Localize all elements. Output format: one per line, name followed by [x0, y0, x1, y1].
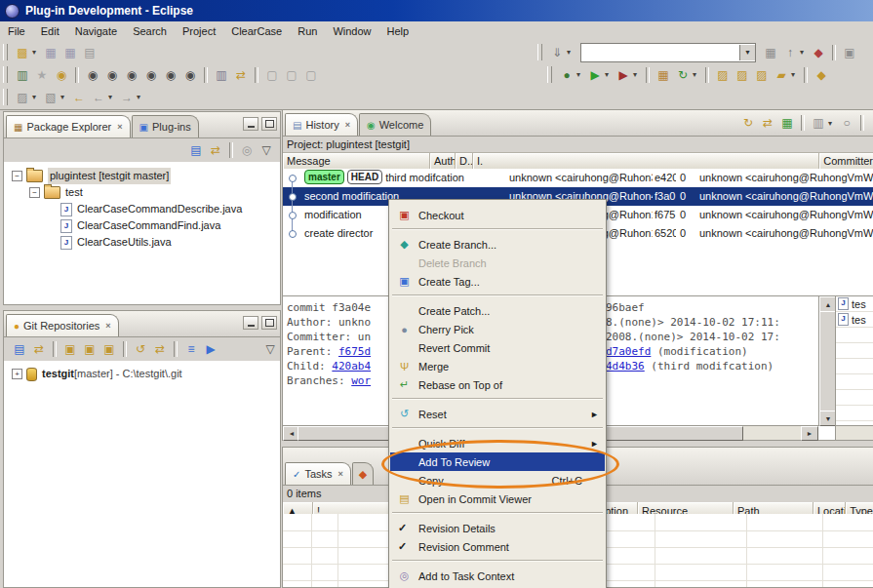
- favorites-button[interactable]: ★▾: [32, 66, 52, 84]
- tab-tasks[interactable]: ✓ Tasks ×: [285, 462, 351, 485]
- tab-git-repositories[interactable]: ● Git Repositories ×: [6, 314, 119, 336]
- debug-view-button[interactable]: ▥▾: [13, 66, 32, 84]
- commit-link[interactable]: 4d4b36: [606, 360, 645, 372]
- save-button[interactable]: ▦▾: [41, 44, 60, 61]
- commit-file-row[interactable]: [836, 328, 873, 343]
- commit-file-row[interactable]: [836, 390, 873, 406]
- dropdown-arrow-icon[interactable]: ▾: [828, 119, 837, 128]
- maximize-view-button[interactable]: [261, 117, 277, 131]
- dropdown-arrow-icon[interactable]: ▾: [108, 93, 117, 101]
- menu-item-add-to-review[interactable]: Add To Review: [390, 452, 605, 471]
- expander-icon[interactable]: −: [12, 171, 22, 181]
- refresh-button[interactable]: ↺: [131, 340, 150, 358]
- tree-item-clearcasecommanddescribe[interactable]: J ClearCaseCommandDescribe.java: [4, 201, 280, 217]
- commit-file-row[interactable]: [836, 359, 873, 374]
- menu-navigate[interactable]: Navigate: [67, 23, 125, 39]
- open-folder-button[interactable]: ▨▾: [752, 66, 772, 84]
- commit-link[interactable]: d7a0efd: [606, 345, 651, 358]
- run-history-button[interactable]: ▶▾: [614, 66, 642, 84]
- title-bar[interactable]: Plug-in Development - Eclipse: [0, 0, 873, 21]
- collapse-tree-button[interactable]: ▢▾: [282, 66, 301, 84]
- copy-button[interactable]: ▥▾: [809, 114, 837, 132]
- link-path-button[interactable]: ⇄▾: [231, 66, 251, 84]
- close-icon[interactable]: ×: [117, 122, 122, 132]
- hierarchy-button[interactable]: ≡: [181, 340, 201, 358]
- new-wizard-button[interactable]: ▩▾: [13, 44, 41, 61]
- commit-link[interactable]: 420ab4: [332, 360, 371, 372]
- tree-item-test[interactable]: − test: [4, 184, 280, 201]
- annotate-brush-button[interactable]: ▰▾: [772, 66, 800, 84]
- column-message[interactable]: Message: [283, 153, 430, 170]
- menu-item-rebase-on-top-of[interactable]: ↵ Rebase on Top of: [389, 375, 606, 394]
- menu-search[interactable]: Search: [125, 23, 175, 39]
- menu-run[interactable]: Run: [290, 23, 325, 39]
- menu-item-create-tag[interactable]: ▣ Create Tag...: [389, 272, 606, 291]
- maximize-view-button[interactable]: [261, 316, 277, 330]
- commit-file-2[interactable]: J tes: [836, 312, 873, 328]
- commit-file-1[interactable]: J tes: [836, 296, 873, 312]
- menu-item-open-in-commit-viewer[interactable]: ▤ Open in Commit Viewer: [389, 490, 606, 508]
- expander-icon[interactable]: +: [12, 369, 22, 379]
- compare-mode-button[interactable]: ⇄▾: [758, 114, 777, 132]
- tab-partial[interactable]: ◆: [352, 462, 374, 485]
- column-date[interactable]: D..: [456, 153, 473, 170]
- minimize-view-button[interactable]: [243, 117, 258, 131]
- tree-item-testgit-repo[interactable]: + testgit [master] - C:\testgit\.git: [4, 366, 280, 382]
- menu-project[interactable]: Project: [175, 23, 223, 39]
- view-menu-button[interactable]: ▽: [260, 340, 280, 358]
- dropdown-arrow-icon[interactable]: ▾: [137, 93, 145, 101]
- skip-all-breakpoints-button[interactable]: ◉▾: [83, 66, 102, 84]
- commit-file-row[interactable]: [836, 343, 873, 359]
- tree-item-plugintest[interactable]: − plugintest [testgit master]: [4, 168, 280, 184]
- create-repository-button[interactable]: ▣: [99, 340, 119, 358]
- menu-item-add-to-task-context[interactable]: ◎ Add to Task Context: [389, 567, 606, 585]
- commit-link[interactable]: f675d: [338, 345, 371, 358]
- toolbar-handle[interactable]: [3, 66, 8, 83]
- commit-file-row[interactable]: [836, 374, 873, 390]
- branch-flag-button[interactable]: ▶: [201, 340, 220, 358]
- dropdown-arrow-icon[interactable]: ▾: [633, 70, 642, 79]
- new-snippet-button[interactable]: ▦▾: [761, 44, 780, 61]
- menu-item-delete-branch[interactable]: Delete Branch: [389, 254, 606, 272]
- toolbar-handle[interactable]: [537, 44, 542, 60]
- compare-button[interactable]: ▥▾: [212, 66, 231, 84]
- dropdown-arrow-icon[interactable]: ▾: [567, 48, 575, 57]
- back-button[interactable]: ←▾: [89, 89, 117, 106]
- save-all-button[interactable]: ▦▾: [60, 44, 80, 61]
- column-author[interactable]: Author: [430, 153, 456, 170]
- step-into-button[interactable]: ◉▾: [102, 66, 122, 84]
- next-annotation-button[interactable]: ▧▾: [41, 89, 69, 106]
- open-resource-button[interactable]: ▨▾: [733, 66, 752, 84]
- menu-help[interactable]: Help: [379, 23, 417, 39]
- step-return-button[interactable]: ◉▾: [141, 66, 161, 84]
- link-with-editor-button[interactable]: ⇄: [206, 141, 225, 159]
- toolbar-handle[interactable]: [3, 89, 8, 105]
- forward-button[interactable]: →▾: [117, 89, 145, 106]
- commit-push-button[interactable]: ↑▾: [780, 44, 809, 61]
- annotate-button[interactable]: ▨▾: [13, 89, 41, 106]
- dropdown-arrow-icon[interactable]: ▾: [576, 70, 585, 79]
- tree-item-clearcasecommandfind[interactable]: J ClearCaseCommandFind.java: [4, 217, 280, 234]
- sync-button[interactable]: ▢▾: [262, 66, 282, 84]
- menu-item-checkout[interactable]: ▣ Checkout: [389, 206, 606, 224]
- menu-item-quick-diff[interactable]: Quick Diff ►: [389, 434, 606, 452]
- commit-vertical-scrollbar[interactable]: ▲ ▼: [818, 296, 836, 426]
- run-configuration-combo[interactable]: ▼: [580, 43, 756, 62]
- column-id[interactable]: I.: [473, 153, 819, 170]
- tab-plug-ins[interactable]: ▣ Plug-ins: [132, 115, 199, 137]
- dropdown-arrow-icon[interactable]: ▾: [791, 70, 800, 79]
- team-users-button[interactable]: ◆▾: [809, 44, 828, 61]
- pin-button[interactable]: ▦▾: [777, 114, 797, 132]
- collapse-all-button[interactable]: ▤: [186, 141, 206, 159]
- collapse-all-button[interactable]: ▤: [10, 340, 29, 358]
- toolbar-handle[interactable]: [547, 66, 552, 83]
- refresh-button[interactable]: ↻▾: [738, 114, 758, 132]
- screen-capture-button[interactable]: ▣▾: [840, 44, 859, 61]
- menu-item-create-branch[interactable]: ◆ Create Branch...: [389, 235, 606, 254]
- column-committer[interactable]: Committer: [819, 153, 873, 170]
- minimize-view-button[interactable]: [243, 316, 258, 330]
- menu-item-reset[interactable]: ↺ Reset ►: [389, 405, 606, 423]
- toolbar-handle[interactable]: [3, 44, 8, 60]
- step-over-button[interactable]: ◉▾: [122, 66, 141, 84]
- add-repository-button[interactable]: ▣: [60, 340, 80, 358]
